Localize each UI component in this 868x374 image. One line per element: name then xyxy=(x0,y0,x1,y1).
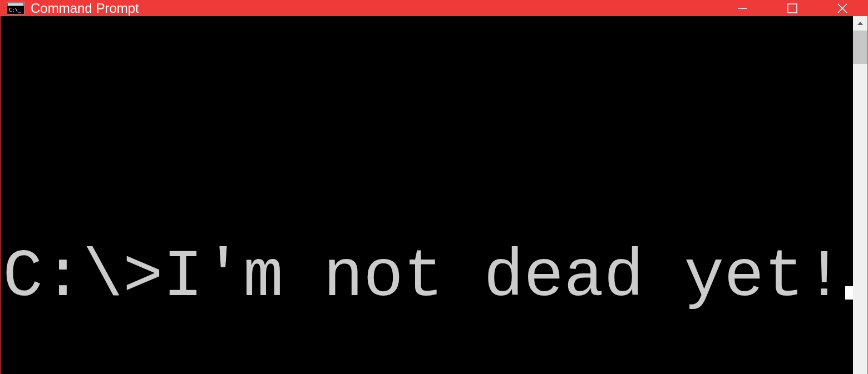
terminal-command: I'm not dead yet! xyxy=(163,241,844,314)
svg-text:C:\_: C:\_ xyxy=(9,7,21,13)
terminal-prompt: C:\> xyxy=(3,241,163,314)
terminal-cursor xyxy=(845,286,853,300)
maximize-icon xyxy=(787,3,798,14)
vertical-scrollbar[interactable] xyxy=(853,16,867,374)
cmd-icon: C:\_ xyxy=(6,2,25,15)
maximize-button[interactable] xyxy=(767,1,817,16)
close-icon xyxy=(836,2,849,14)
command-prompt-window: C:\_ Command Prompt xyxy=(0,0,868,374)
window-title: Command Prompt xyxy=(31,1,717,16)
minimize-icon xyxy=(737,3,748,14)
titlebar[interactable]: C:\_ Command Prompt xyxy=(1,1,867,16)
scroll-up-button[interactable] xyxy=(853,16,867,31)
svg-marker-7 xyxy=(857,22,863,25)
content-area: C:\>I'm not dead yet! xyxy=(1,16,867,374)
chevron-up-icon xyxy=(857,20,864,27)
svg-rect-4 xyxy=(788,4,797,13)
scroll-track[interactable] xyxy=(853,31,867,374)
window-controls xyxy=(717,1,867,16)
close-button[interactable] xyxy=(817,1,867,16)
minimize-button[interactable] xyxy=(717,1,767,16)
terminal-line: C:\>I'm not dead yet! xyxy=(3,241,853,314)
scroll-thumb[interactable] xyxy=(853,31,867,64)
svg-rect-1 xyxy=(8,3,24,6)
terminal-output[interactable]: C:\>I'm not dead yet! xyxy=(1,16,853,374)
